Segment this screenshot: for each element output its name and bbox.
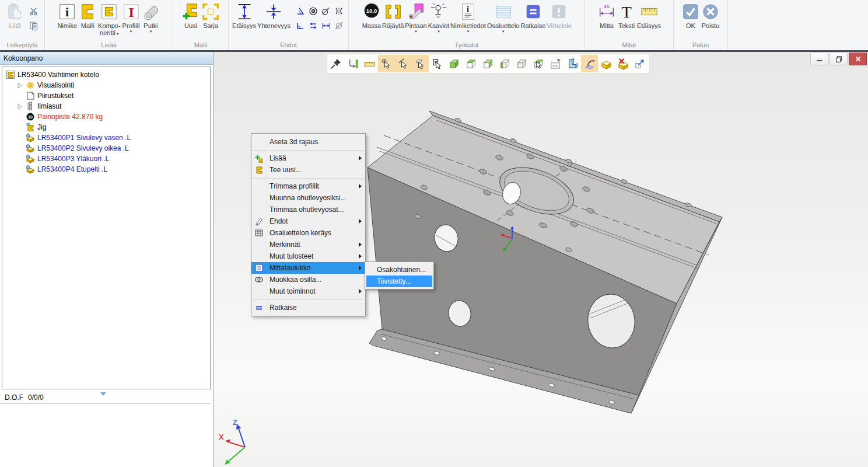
toolbar-profile-button[interactable] — [564, 55, 581, 72]
toolbar-view-cube-shaded-button[interactable] — [513, 55, 530, 72]
menu-new-icon — [254, 165, 264, 175]
ribbon-button-ok[interactable]: OK — [681, 2, 701, 30]
submenu-arrow-icon — [359, 156, 362, 161]
submenu-arrow-icon — [359, 242, 362, 247]
tree-item-lr53400p2-sivulevy-oikea-l[interactable]: LR53400P2 Sivulevy oikea .L — [2, 143, 210, 154]
ribbon-button-cond-perpendicular-icon[interactable] — [296, 21, 305, 33]
ribbon-button-osaluettelo[interactable]: Osaluettelo▾ — [487, 2, 520, 34]
splitter-handle[interactable] — [100, 392, 106, 396]
ribbon-button-kaaviot[interactable]: Kaaviot▾ — [428, 2, 450, 34]
toolbar-measure-button[interactable] — [361, 55, 378, 72]
toolbar-view-cube-left-button[interactable] — [496, 55, 513, 72]
ribbon-button-cond-free-icon[interactable] — [334, 21, 344, 33]
tree-item-piirustukset[interactable]: Piirustukset — [2, 90, 210, 101]
toolbar-view-cube-top-button[interactable] — [463, 55, 480, 72]
toolbar-select-face-button[interactable] — [412, 55, 429, 72]
ribbon-button-label: Uusi — [184, 22, 197, 29]
toolbar-list-dropdown-button[interactable] — [547, 55, 564, 72]
sheet-box-icon — [600, 58, 612, 70]
toolbar-select-edge-button[interactable] — [395, 55, 412, 72]
dof-label: D.O.F — [5, 393, 23, 402]
toolbar-export-button[interactable] — [632, 55, 649, 72]
view-cube-shaded-icon — [516, 58, 528, 70]
menu-item-muunna-ohutlevyosiksi[interactable]: Muunna ohutlevyosiksi... — [251, 192, 365, 204]
ribbon-button-nimiketiedot[interactable]: iNimiketiedot▾ — [450, 2, 487, 34]
tree-item-lr53400p1-sivulevy-vasen-l[interactable]: LR53400P1 Sivulevy vasen .L — [2, 133, 210, 143]
ribbon-button-sarja[interactable]: Sarja — [201, 2, 220, 30]
expand-arrow-icon[interactable] — [16, 104, 23, 109]
tree-item-ilmiasut[interactable]: Ilmiasut — [2, 101, 210, 111]
menu-item-muut-toiminnot[interactable]: Muut toiminnot — [251, 285, 365, 297]
ribbon-button-cond-distance-icon[interactable] — [321, 21, 331, 33]
ribbon-button-putki[interactable]: Putki▾ — [141, 2, 161, 34]
toolbar-view-cube-right-button[interactable] — [480, 55, 496, 72]
ribbon-button-nimike[interactable]: iNimike — [57, 2, 78, 30]
ribbon-button-uusi[interactable]: Uusi — [181, 2, 201, 30]
toolbar-view-cube-solid-button[interactable] — [446, 55, 463, 72]
menu-item-trimmaa-profiilit[interactable]: Trimmaa profiilit — [251, 180, 365, 192]
menu-item-trimmaa-ohutlevyosat[interactable]: Trimmaa ohutlevyosat... — [251, 204, 365, 215]
ribbon-button-kompo-nentti[interactable]: Kompo- nentti▾ — [97, 2, 121, 38]
tree-item-label: LR53400P1 Sivulevy vasen .L — [37, 134, 131, 142]
toolbar-sheet-box-button[interactable] — [598, 55, 615, 72]
tree-item-lr53400p3-yl-kuori-l[interactable]: LR53400P3 Yläkuori .L — [2, 154, 210, 164]
toolbar-select-point-button[interactable] — [378, 55, 395, 72]
ribbon-button-cut[interactable] — [28, 6, 40, 16]
ribbon-button-cond-concentric-icon[interactable] — [309, 6, 318, 18]
toolbar-view-cube-select-button[interactable] — [530, 55, 547, 72]
minimize-button[interactable] — [810, 53, 828, 65]
submenu-item-tiivistetty[interactable]: Tiivistetty... — [366, 276, 432, 287]
menu-item-muut-tulosteet[interactable]: Muut tulosteet — [251, 250, 365, 262]
tree-item-painopiste-42-870-kg[interactable]: 10Painopiste 42.870 kg — [2, 111, 210, 122]
expand-arrow-icon[interactable] — [16, 83, 23, 88]
ribbon-button-r-j-yt[interactable]: Räjäytä — [382, 2, 404, 30]
svg-text:i: i — [467, 4, 469, 13]
ribbon-button-mitta[interactable]: 45Mitta — [597, 2, 617, 30]
assembly-panel: Kokoonpano LR53400 Vaihtimen koteloVisua… — [0, 52, 214, 467]
toolbar-drag-handle-button[interactable] — [344, 55, 361, 72]
menu-item-mittataulukko[interactable]: Mittataulukko — [251, 262, 365, 274]
ribbon-button-et-isyys[interactable]: Etäisyys — [636, 2, 662, 30]
tree-item-lr53400-vaihtimen-kotelo[interactable]: LR53400 Vaihtimen kotelo — [2, 69, 210, 80]
profile-icon — [566, 58, 579, 70]
menu-rings-icon — [254, 275, 264, 284]
menu-item-aseta-3d-rajaus[interactable]: Aseta 3d rajaus — [251, 136, 365, 148]
ribbon-button-poistu[interactable]: Poistu — [701, 2, 720, 30]
ribbon-button-liit[interactable]: Liitä — [5, 2, 25, 30]
ribbon-button-yhtenevyys[interactable]: Yhtenevyys — [257, 2, 291, 30]
ribbon-button-malli[interactable]: Malli — [78, 2, 97, 30]
ribbon-button-cond-symmetry-icon[interactable] — [334, 6, 344, 18]
ribbon-button-ratkaise[interactable]: Ratkaise — [520, 2, 547, 30]
toolbar-sheet-bend-button[interactable] — [581, 55, 598, 72]
tree-item-jig[interactable]: Jig — [2, 122, 210, 133]
restore-button[interactable] — [830, 53, 848, 65]
new-component-icon — [181, 2, 200, 21]
component-box-icon — [100, 2, 118, 21]
jig-icon — [26, 123, 35, 132]
ribbon-button-teksti[interactable]: TTeksti — [617, 2, 636, 30]
ribbon-button-pintaan[interactable]: Pintaan▾ — [404, 2, 427, 34]
toolbar-select-component-button[interactable] — [429, 55, 446, 72]
menu-item-merkinn-t[interactable]: Merkinnät — [251, 239, 365, 250]
ribbon-button-cond-parallel-icon[interactable] — [309, 21, 318, 33]
menu-item-lis[interactable]: Lisää — [251, 152, 365, 164]
menu-item-osaluettelon-ker-ys[interactable]: Osaluettelon keräys — [251, 227, 365, 239]
toolbar-pin-button[interactable] — [327, 55, 344, 72]
ribbon-button-cond-angle-icon[interactable] — [296, 6, 305, 18]
ribbon-button-virheloki[interactable]: Virheloki — [546, 2, 572, 30]
menu-item-tee-uusi[interactable]: Tee uusi... — [251, 164, 365, 176]
close-button[interactable] — [849, 53, 867, 65]
menu-item-ehdot[interactable]: Ehdot — [251, 215, 365, 227]
tree-item-visualisointi[interactable]: Visualisointi — [2, 80, 210, 90]
ribbon-button-massa[interactable]: 10,0Massa — [362, 2, 382, 30]
ribbon-button-et-isyys[interactable]: Etäisyys — [232, 2, 257, 30]
menu-item-ratkaise[interactable]: Ratkaise — [251, 302, 365, 313]
ribbon-button-copy[interactable] — [28, 20, 40, 31]
tree-item-label: LR53400P3 Yläkuori .L — [37, 155, 109, 163]
ribbon-button-cond-tangent-icon[interactable] — [321, 6, 331, 18]
submenu-item-osakohtainen[interactable]: Osakohtainen... — [366, 264, 432, 276]
menu-item-muokkaa-osilla[interactable]: Muokkaa osilla... — [251, 274, 365, 285]
toolbar-sheet-box-delete-button[interactable] — [615, 55, 632, 72]
tree-item-lr53400p4-etupelti-l[interactable]: LR53400P4 Etupelti .L — [2, 164, 210, 175]
ribbon-button-profiili[interactable]: IProfiili▾ — [121, 2, 141, 34]
